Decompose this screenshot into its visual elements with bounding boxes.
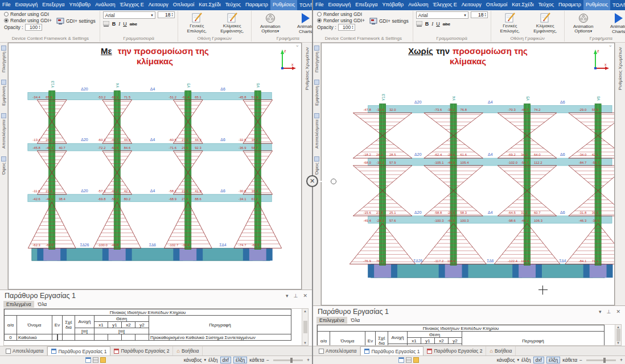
zoom-in-button[interactable]: +	[307, 357, 310, 363]
underline-button[interactable]: U	[123, 21, 127, 27]
snap2-toggle[interactable]: έλξη	[233, 357, 247, 363]
bottom-tab[interactable]: Αποτελέσματα	[2, 346, 47, 355]
display-scales-button[interactable]: Κλίμακες Εμφάνισης,	[216, 11, 248, 35]
zoom-out-button[interactable]: −	[266, 357, 269, 363]
side-tab[interactable]: Πλοήγηση	[1, 46, 6, 72]
list-view-icon[interactable]	[93, 357, 98, 363]
menu-item[interactable]: Ρυθμίσεις	[270, 0, 297, 10]
zoom-slider[interactable]	[273, 359, 303, 361]
font-size-spinner[interactable]: 18▴▾	[471, 11, 488, 18]
menu-item[interactable]: Λειτουργ	[146, 0, 171, 10]
image-view-icon[interactable]	[100, 357, 106, 363]
menu-item[interactable]: Έλεγχος Ε	[430, 0, 459, 10]
menu-item[interactable]: Υπόβαθρ	[380, 0, 406, 10]
radio-icon[interactable]	[4, 12, 9, 16]
spinner-arrows-icon[interactable]: ▴▾	[352, 25, 353, 30]
pin-icon[interactable]: ⊥	[294, 293, 298, 299]
opacity-spinner[interactable]: 100▴▾	[338, 24, 355, 31]
spinner-arrows-icon[interactable]: ▴▾	[39, 25, 40, 30]
font-color-icon[interactable]	[103, 21, 109, 27]
panel-menu-icon[interactable]: ▾	[599, 309, 602, 315]
menu-item[interactable]: File	[313, 0, 326, 10]
render-gdi-radio[interactable]: Render using GDI	[317, 11, 365, 17]
drawing-canvas[interactable]: ⌄ Χωρίςτηνπροσομοίωση της κλίμακας z x Δ…	[321, 43, 615, 305]
table-view-icon[interactable]	[398, 357, 404, 363]
pin-icon[interactable]: ⊥	[607, 309, 611, 315]
spinner-arrows-icon[interactable]: ▴▾	[484, 13, 486, 17]
menu-item[interactable]: Εισαγωγή	[326, 0, 353, 10]
bottom-tab[interactable]: Παράθυρο Εργασίας 2	[110, 346, 173, 355]
list-view-icon[interactable]	[406, 357, 412, 363]
strikethrough-button[interactable]: abc	[130, 22, 137, 27]
bottom-tab[interactable]: ⌂Βοήθεια	[173, 346, 203, 355]
gdi-settings-button[interactable]: GDI+ settings	[55, 16, 97, 26]
window-splitter[interactable]: ✕	[306, 175, 336, 187]
vertical-toggle[interactable]: κάθετα	[562, 357, 577, 363]
scroll-down-icon[interactable]: ▼	[616, 341, 620, 345]
animation-options-button[interactable]: Animation Options▾	[568, 12, 599, 35]
table-row[interactable]: 0 Καθολικό Προκαθορισμένο Καθολικό Σύστη…	[5, 334, 291, 341]
snap2-toggle[interactable]: έλξη	[546, 357, 560, 363]
general-options-button[interactable]: Γενικές Επιλογές,	[181, 11, 213, 35]
tab-color-settings[interactable]: Ρυθμίσεις Χρωμάτων	[305, 47, 310, 90]
snap-toggle[interactable]: έλξη	[208, 357, 217, 363]
image-view-icon[interactable]	[413, 357, 419, 363]
font-family-combo[interactable]: Arial▾	[103, 11, 155, 19]
menu-item[interactable]: Τεύχος	[536, 0, 556, 10]
menu-item[interactable]: Κατ.Σχέδι	[196, 0, 223, 10]
italic-button[interactable]: I	[118, 21, 120, 27]
side-tab[interactable]: Αποτελέσματα	[314, 113, 319, 148]
table-view-icon[interactable]	[85, 357, 91, 363]
menu-item[interactable]: Παραμετρ	[243, 0, 270, 10]
close-icon[interactable]: ✕	[303, 293, 307, 299]
menu-item[interactable]: Ρυθμίσεις	[583, 0, 610, 10]
bold-button[interactable]: B	[112, 21, 116, 27]
grid-toggle[interactable]: κάναβος	[497, 357, 515, 363]
side-tab[interactable]: Πλοήγηση	[314, 46, 319, 72]
animate-charts-button[interactable]: Animate Charts	[290, 11, 312, 35]
splitter-handle-icon[interactable]	[331, 179, 336, 184]
bottom-tab[interactable]: Παράθυρο Εργασίας 1	[47, 346, 110, 355]
bold-button[interactable]: B	[425, 21, 429, 27]
bottom-tab[interactable]: ⌂Βοήθεια	[486, 346, 516, 355]
tab-selected[interactable]: Επιλεγμένα	[316, 317, 347, 324]
table-scrollbar[interactable]: ▲▼	[302, 309, 308, 345]
render-gdi-plus-radio[interactable]: Render using GDI+	[4, 18, 52, 23]
scroll-thumb[interactable]	[303, 321, 307, 333]
grid-toggle[interactable]: κάναβος	[184, 357, 202, 363]
zoom-slider-thumb[interactable]	[290, 358, 293, 363]
opacity-spinner[interactable]: 100▴▾	[25, 24, 42, 31]
font-size-spinner[interactable]: 18▴▾	[158, 11, 175, 18]
vertical-toggle[interactable]: κάθετα	[249, 357, 264, 363]
display-scales-button[interactable]: Κλίμακες Εμφάνισης,	[529, 11, 561, 35]
snap-toggle[interactable]: έλξη	[521, 357, 531, 363]
dxf-toggle[interactable]: dxf	[220, 357, 231, 363]
italic-button[interactable]: I	[431, 21, 433, 27]
spinner-arrows-icon[interactable]: ▴▾	[171, 13, 172, 17]
strikethrough-button[interactable]: abc	[443, 22, 450, 27]
tab-all[interactable]: Όλα	[348, 317, 363, 324]
render-gdi-plus-radio[interactable]: Render using GDI+	[317, 18, 365, 23]
menu-item[interactable]: Παραμετρ	[556, 0, 583, 10]
side-tab[interactable]: Εμφάνιση	[314, 80, 319, 106]
side-tab[interactable]: Εμφάνιση	[1, 80, 6, 106]
zoom-out-button[interactable]: −	[579, 357, 582, 363]
zoom-in-button[interactable]: +	[620, 357, 623, 363]
menu-item[interactable]: Οπλισμοί	[171, 0, 196, 10]
scroll-down-icon[interactable]: ▼	[303, 341, 307, 345]
menu-item[interactable]: Οπλισμοί	[484, 0, 509, 10]
menu-item[interactable]: Ανάλυση	[406, 0, 430, 10]
zoom-slider-thumb[interactable]	[603, 358, 606, 363]
menu-item[interactable]: Λειτουργ	[459, 0, 484, 10]
scroll-thumb[interactable]	[616, 329, 620, 341]
underline-button[interactable]: U	[436, 21, 440, 27]
general-options-button[interactable]: Γενικές Επιλογές,	[494, 11, 526, 35]
menu-item[interactable]: File	[0, 0, 13, 10]
bottom-tab[interactable]: Παράθυρο Εργασίας 1	[360, 346, 423, 355]
checkbox[interactable]	[57, 334, 58, 341]
zoom-slider[interactable]	[586, 359, 616, 361]
menu-item[interactable]: Έλεγχος Ε	[117, 0, 146, 10]
tab-selected[interactable]: Επιλεγμένα	[3, 301, 34, 308]
panel-menu-icon[interactable]: ▾	[286, 293, 289, 299]
menu-item[interactable]: Επεξεργα	[40, 0, 67, 10]
